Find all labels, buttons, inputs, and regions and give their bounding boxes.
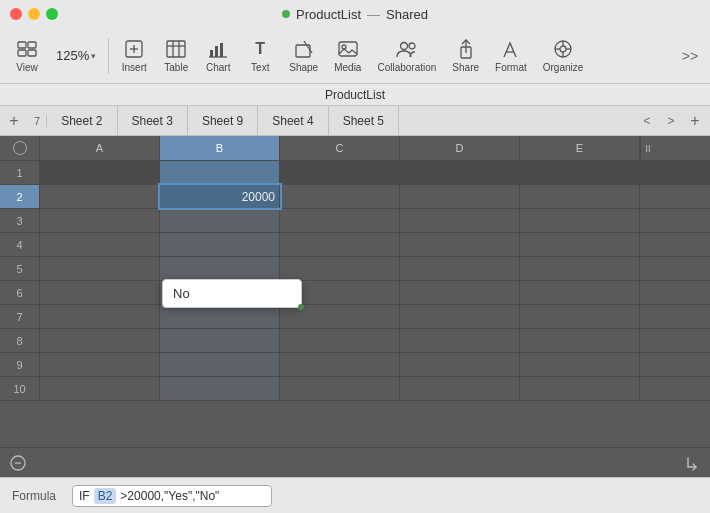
toolbar-text[interactable]: T Text	[241, 34, 279, 77]
cell-c10[interactable]	[280, 377, 400, 400]
cell-e5[interactable]	[520, 257, 640, 280]
row-num-8[interactable]: 8	[0, 329, 40, 352]
cell-e6[interactable]	[520, 281, 640, 304]
toolbar-collaboration[interactable]: Collaboration	[371, 34, 442, 77]
cell-e2[interactable]	[520, 185, 640, 208]
cell-d8[interactable]	[400, 329, 520, 352]
cell-b4[interactable]	[160, 233, 280, 256]
cell-b2[interactable]: 20000	[160, 185, 280, 208]
cell-a4[interactable]	[40, 233, 160, 256]
cell-d10[interactable]	[400, 377, 520, 400]
cell-e1[interactable]	[520, 161, 640, 184]
svg-rect-11	[210, 50, 213, 57]
cell-e3[interactable]	[520, 209, 640, 232]
cell-b10[interactable]	[160, 377, 280, 400]
formula-bar: Formula IF B2 >20000,"Yes","No"	[0, 477, 710, 513]
sheet-nav-next-button[interactable]: >	[660, 110, 682, 132]
cell-d4[interactable]	[400, 233, 520, 256]
toolbar-table[interactable]: Table	[157, 34, 195, 77]
cell-e10[interactable]	[520, 377, 640, 400]
row-num-3[interactable]: 3	[0, 209, 40, 232]
cell-c1[interactable]	[280, 161, 400, 184]
toolbar-media[interactable]: Media	[328, 34, 367, 77]
svg-rect-3	[28, 50, 36, 56]
cell-c9[interactable]	[280, 353, 400, 376]
sheet-tab-sheet5[interactable]: Sheet 5	[329, 106, 399, 135]
close-button[interactable]	[10, 8, 22, 20]
cell-d7[interactable]	[400, 305, 520, 328]
cell-b9[interactable]	[160, 353, 280, 376]
col-header-a[interactable]: A	[40, 136, 160, 160]
col-header-c[interactable]: C	[280, 136, 400, 160]
cell-b8[interactable]	[160, 329, 280, 352]
toolbar-share[interactable]: Share	[446, 34, 485, 77]
toolbar-shape[interactable]: Shape	[283, 34, 324, 77]
col-header-d[interactable]: D	[400, 136, 520, 160]
cell-c3[interactable]	[280, 209, 400, 232]
cell-a7[interactable]	[40, 305, 160, 328]
cell-a1[interactable]	[40, 161, 160, 184]
minimize-button[interactable]	[28, 8, 40, 20]
toolbar-format[interactable]: Format	[489, 34, 533, 77]
cell-b7[interactable]	[160, 305, 280, 328]
row-num-10[interactable]: 10	[0, 377, 40, 400]
col-header-b[interactable]: B	[160, 136, 280, 160]
row-num-9[interactable]: 9	[0, 353, 40, 376]
col-handle[interactable]: ⏸	[640, 136, 654, 160]
cell-a2[interactable]	[40, 185, 160, 208]
cell-a10[interactable]	[40, 377, 160, 400]
row-num-7[interactable]: 7	[0, 305, 40, 328]
organize-icon	[552, 38, 574, 60]
cell-a3[interactable]	[40, 209, 160, 232]
cell-e7[interactable]	[520, 305, 640, 328]
autocomplete-value: No	[173, 286, 190, 301]
cell-d1[interactable]	[400, 161, 520, 184]
toolbar-organize[interactable]: Organize	[537, 34, 590, 77]
row-num-5[interactable]: 5	[0, 257, 40, 280]
autocomplete-popup[interactable]: No	[162, 279, 302, 308]
maximize-button[interactable]	[46, 8, 58, 20]
toolbar-zoom[interactable]: 125% ▾	[50, 44, 102, 67]
cell-d3[interactable]	[400, 209, 520, 232]
cell-b1[interactable]	[160, 161, 280, 184]
cell-a8[interactable]	[40, 329, 160, 352]
cell-a5[interactable]	[40, 257, 160, 280]
cell-b3[interactable]	[160, 209, 280, 232]
sheet-nav-prev-button[interactable]: <	[636, 110, 658, 132]
formula-input-box[interactable]: IF B2 >20000,"Yes","No"	[72, 485, 272, 507]
toolbar-insert[interactable]: Insert	[115, 34, 153, 77]
cell-c2[interactable]	[280, 185, 400, 208]
freeze-icon[interactable]	[13, 141, 27, 155]
cell-d6[interactable]	[400, 281, 520, 304]
cell-a9[interactable]	[40, 353, 160, 376]
sheet-tab-sheet4[interactable]: Sheet 4	[258, 106, 328, 135]
row-num-4[interactable]: 4	[0, 233, 40, 256]
toolbar-view[interactable]: View	[8, 34, 46, 77]
sheet-tab-sheet9[interactable]: Sheet 9	[188, 106, 258, 135]
sheet-add-left-button[interactable]: +	[0, 107, 28, 135]
cell-c8[interactable]	[280, 329, 400, 352]
cell-c4[interactable]	[280, 233, 400, 256]
sheet-tab-sheet2[interactable]: Sheet 2	[47, 106, 117, 135]
bottom-left-icon[interactable]	[8, 453, 28, 473]
cell-d5[interactable]	[400, 257, 520, 280]
cell-b5[interactable]: No	[160, 257, 280, 280]
col-header-e[interactable]: E	[520, 136, 640, 160]
cell-a6[interactable]	[40, 281, 160, 304]
toolbar-overflow-button[interactable]: >>	[678, 44, 702, 68]
toolbar-chart[interactable]: Chart	[199, 34, 237, 77]
cell-d2[interactable]	[400, 185, 520, 208]
sheet-add-right-button[interactable]: +	[684, 110, 706, 132]
cell-d9[interactable]	[400, 353, 520, 376]
bottom-right-icon[interactable]	[682, 453, 702, 473]
cell-c5[interactable]	[280, 257, 400, 280]
row-num-6[interactable]: 6	[0, 281, 40, 304]
row-num-2[interactable]: 2	[0, 185, 40, 208]
cell-e8[interactable]	[520, 329, 640, 352]
autocomplete-handle[interactable]	[298, 304, 304, 310]
row-num-1[interactable]: 1	[0, 161, 40, 184]
sheet-tab-sheet3[interactable]: Sheet 3	[118, 106, 188, 135]
grid-row-5: 5 No	[0, 257, 710, 281]
cell-e9[interactable]	[520, 353, 640, 376]
cell-e4[interactable]	[520, 233, 640, 256]
